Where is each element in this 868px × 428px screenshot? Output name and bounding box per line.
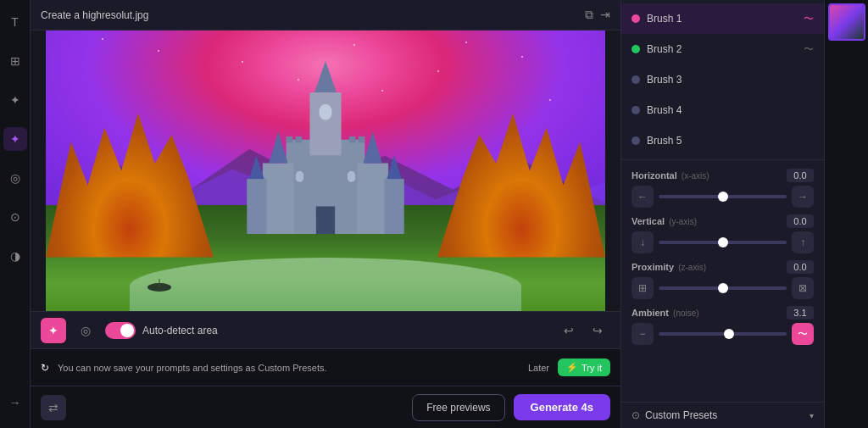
- duplicate-icon[interactable]: ⧉: [585, 8, 593, 22]
- canvas-wrapper: [31, 31, 620, 311]
- svg-rect-18: [296, 136, 302, 142]
- sidebar-icon-circle[interactable]: ◎: [3, 166, 27, 190]
- svg-marker-4: [314, 61, 337, 92]
- undo-button[interactable]: ↩: [556, 318, 581, 343]
- right-panel: Brush 1 〜 Brush 2 〜 Brush 3 Brush 4 Brus…: [620, 0, 824, 428]
- vertical-control: Vertical (y-axis) 0.0 ↓ ↑: [632, 214, 814, 253]
- try-it-button[interactable]: ⚡ Try it: [558, 359, 610, 376]
- horizontal-control: Horizontal (x-axis) 0.0 ← →: [632, 169, 814, 208]
- prompt-notification-icon: ↻: [41, 362, 49, 374]
- proximity-slider[interactable]: [659, 286, 787, 290]
- svg-marker-10: [249, 156, 264, 180]
- svg-marker-8: [364, 132, 382, 164]
- canvas-image[interactable]: [46, 31, 605, 311]
- thumbnail-panel: [824, 0, 868, 428]
- brush-item-4[interactable]: Brush 4: [621, 95, 824, 125]
- ambient-minus-button[interactable]: −: [632, 323, 654, 345]
- brush-label-3: Brush 3: [647, 74, 814, 86]
- vertical-down-button[interactable]: ↓: [632, 231, 654, 253]
- custom-presets-label: Custom Presets: [645, 409, 804, 421]
- left-sidebar: T ⊞ ✦ ✦ ◎ ⊙ ◑ →: [0, 0, 31, 428]
- sidebar-icon-star[interactable]: ✦: [3, 88, 27, 112]
- svg-rect-14: [296, 171, 303, 182]
- brush-label-2: Brush 2: [647, 43, 797, 55]
- vertical-header: Vertical (y-axis) 0.0: [632, 214, 814, 228]
- svg-marker-6: [269, 132, 287, 164]
- proximity-minus-button[interactable]: ⊞: [632, 277, 654, 299]
- thumbnail-item-1[interactable]: [828, 3, 865, 41]
- try-icon: ⚡: [566, 362, 578, 373]
- horizontal-header: Horizontal (x-axis) 0.0: [632, 169, 814, 182]
- horizontal-right-button[interactable]: →: [792, 186, 814, 208]
- generate-bar-left: ⇄: [41, 395, 66, 420]
- custom-presets-footer[interactable]: ⊙ Custom Presets ▾: [621, 402, 824, 428]
- sidebar-icon-type[interactable]: T: [3, 10, 27, 34]
- toggle-knob: [120, 324, 134, 337]
- top-bar: Create a highresolut.jpg ⧉ ⇥: [31, 0, 620, 31]
- brush-item-2[interactable]: Brush 2 〜: [621, 34, 824, 64]
- ambient-value[interactable]: 3.1: [787, 306, 814, 320]
- vertical-up-button[interactable]: ↑: [792, 231, 814, 253]
- redo-button[interactable]: ↪: [585, 318, 610, 343]
- svg-rect-7: [357, 164, 388, 234]
- custom-presets-chevron-icon: ▾: [810, 411, 814, 420]
- horizontal-left-button[interactable]: ←: [632, 186, 654, 208]
- eraser-tool-button[interactable]: ◎: [73, 318, 98, 343]
- brush-dot-2: [632, 45, 640, 53]
- ambient-axis: (noise): [673, 308, 699, 318]
- sidebar-icon-dot[interactable]: ⊙: [3, 205, 27, 229]
- auto-detect-label: Auto-detect area: [142, 325, 218, 336]
- brush-label-1: Brush 1: [647, 13, 797, 25]
- horizontal-slider-row: ← →: [632, 186, 814, 208]
- horizontal-label: Horizontal (x-axis): [632, 170, 709, 181]
- proximity-axis: (z-axis): [678, 263, 706, 272]
- proximity-thumb: [718, 283, 728, 293]
- ambient-header: Ambient (noise) 3.1: [632, 306, 814, 320]
- prompt-bar: ↻ You can now save your prompts and sett…: [31, 348, 620, 386]
- brush-tool-button[interactable]: ✦: [41, 318, 66, 343]
- brush-list: Brush 1 〜 Brush 2 〜 Brush 3 Brush 4 Brus…: [621, 0, 824, 160]
- brush-label-5: Brush 5: [647, 135, 814, 147]
- brush-item-5[interactable]: Brush 5: [621, 125, 824, 156]
- brush-item-3[interactable]: Brush 3: [621, 64, 824, 95]
- horizontal-slider[interactable]: [659, 195, 787, 198]
- svg-marker-12: [387, 156, 402, 180]
- ambient-slider[interactable]: [659, 332, 787, 336]
- horizontal-value[interactable]: 0.0: [787, 169, 814, 182]
- brush-item-1[interactable]: Brush 1 〜: [621, 3, 824, 34]
- proximity-control: Proximity (z-axis) 0.0 ⊞ ⊠: [632, 260, 814, 299]
- castle-body: [200, 61, 452, 234]
- brush-dot-1: [632, 14, 640, 23]
- sidebar-icon-grid[interactable]: ⊞: [3, 49, 27, 73]
- proximity-expand-button[interactable]: ⊠: [792, 277, 814, 299]
- shuffle-button[interactable]: ⇄: [41, 395, 66, 420]
- controls-section: Horizontal (x-axis) 0.0 ← → Vertical (y-…: [621, 160, 824, 353]
- proximity-value[interactable]: 0.0: [787, 260, 814, 274]
- vertical-slider[interactable]: [659, 241, 787, 244]
- sidebar-collapse-button[interactable]: →: [3, 391, 27, 414]
- expand-icon[interactable]: ⇥: [600, 8, 610, 22]
- vertical-label: Vertical (y-axis): [632, 216, 697, 226]
- svg-rect-11: [385, 179, 404, 234]
- undo-redo-group: ↩ ↪: [556, 318, 610, 343]
- sidebar-icon-brush[interactable]: ✦: [3, 127, 27, 151]
- lake: [130, 258, 521, 312]
- svg-rect-5: [263, 164, 294, 234]
- later-button[interactable]: Later: [528, 363, 549, 373]
- vertical-value[interactable]: 0.0: [787, 214, 814, 228]
- generate-bar: ⇄ Free previews Generate 4s: [31, 386, 620, 428]
- free-previews-button[interactable]: Free previews: [412, 394, 504, 421]
- generate-button[interactable]: Generate 4s: [514, 394, 610, 420]
- custom-presets-icon: ⊙: [632, 409, 640, 421]
- svg-rect-19: [349, 136, 355, 142]
- sidebar-icon-half[interactable]: ◑: [3, 244, 27, 268]
- ambient-wave-button[interactable]: 〜: [792, 323, 814, 345]
- ambient-slider-row: − 〜: [632, 323, 814, 345]
- prompt-notification-text: You can now save your prompts and settin…: [58, 363, 520, 373]
- ambient-label: Ambient (noise): [632, 308, 699, 318]
- vertical-axis: (y-axis): [669, 217, 697, 226]
- canvas-toolbar: ✦ ◎ Auto-detect area ↩ ↪: [31, 311, 620, 348]
- auto-detect-toggle[interactable]: [105, 322, 136, 339]
- ambient-thumb: [724, 329, 734, 339]
- boat: [147, 279, 172, 292]
